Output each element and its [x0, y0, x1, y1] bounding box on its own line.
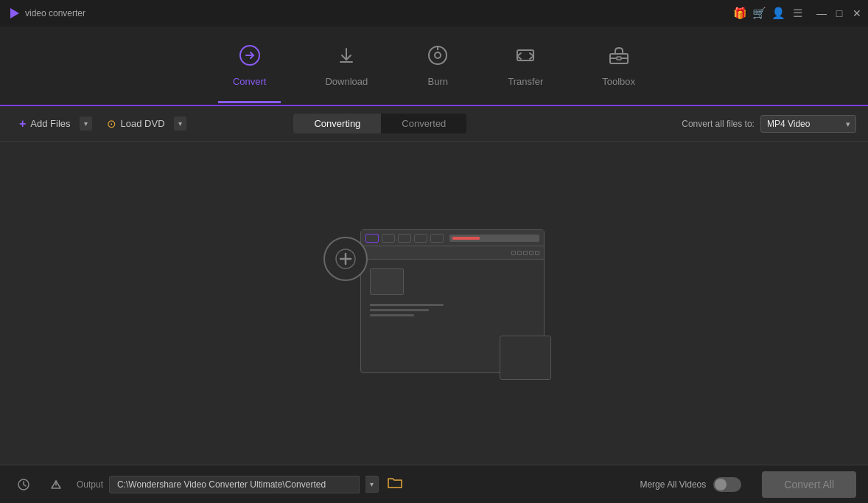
add-files-label: Add Files [30, 118, 70, 129]
convert-icon [239, 44, 261, 72]
content-line-1 [370, 304, 444, 306]
window-controls: 🎁 🛒 👤 ☰ — □ ✕ [734, 7, 862, 19]
add-files-button[interactable]: + Add Files [12, 113, 78, 135]
app-title: video converter [25, 8, 85, 18]
toolbar-dot-1 [511, 251, 516, 255]
convert-all-files-label: Convert all files to: [682, 119, 755, 129]
output-section: Output ▾ [77, 473, 631, 496]
format-select[interactable]: MP4 Video MKV Video AVI Video MOV Video … [760, 115, 856, 133]
cart-icon[interactable]: 🛒 [753, 7, 765, 19]
transfer-icon [514, 44, 536, 72]
close-button[interactable]: ✕ [852, 8, 862, 18]
nav-label-convert: Convert [233, 76, 267, 87]
nav-item-transfer[interactable]: Transfer [493, 37, 558, 94]
logo-icon [7, 7, 21, 20]
nav-label-toolbox: Toolbox [602, 76, 635, 87]
content-line-2 [370, 309, 429, 311]
nav-label-download: Download [325, 76, 368, 87]
nav-item-convert[interactable]: Convert [218, 37, 281, 94]
browser-window-mock [360, 229, 545, 373]
toolbar-dot-3 [523, 251, 528, 255]
browser-topbar [361, 230, 544, 246]
output-path-input[interactable] [109, 476, 360, 493]
browser-tab-1 [382, 234, 395, 243]
nav-item-toolbox[interactable]: Toolbox [587, 37, 650, 94]
convert-all-button[interactable]: Convert All [762, 471, 856, 498]
browser-tab-active [365, 234, 379, 243]
nav-label-transfer: Transfer [508, 76, 543, 87]
load-dvd-dropdown[interactable]: ▾ [174, 117, 186, 131]
browser-content [361, 260, 544, 372]
download-icon [335, 44, 357, 72]
add-files-dropdown[interactable]: ▾ [80, 117, 92, 131]
history-button[interactable] [12, 473, 35, 496]
toolbar-dot-4 [529, 251, 533, 255]
toolbar-dot-2 [517, 251, 522, 255]
nav-item-download[interactable]: Download [310, 37, 382, 94]
format-dropdown-wrapper: MP4 Video MKV Video AVI Video MOV Video … [760, 115, 856, 133]
conversion-tabs: Converting Converted [293, 114, 466, 133]
navbar: Convert Download Burn [0, 27, 868, 106]
menu-icon[interactable]: ☰ [791, 7, 803, 19]
burn-icon [427, 44, 449, 72]
svg-marker-0 [10, 8, 19, 18]
minimize-button[interactable]: — [816, 8, 827, 18]
output-path-dropdown[interactable]: ▾ [365, 476, 379, 493]
merge-toggle[interactable] [713, 477, 741, 492]
browser-tab-3 [414, 234, 427, 243]
output-label: Output [77, 479, 103, 490]
bottombar: Output ▾ Merge All Videos Convert All [0, 465, 868, 503]
toolbox-icon [608, 44, 630, 72]
nav-item-burn[interactable]: Burn [412, 37, 463, 94]
tabbar: + Add Files ▾ ⊙ Load DVD ▾ Converting Co… [0, 106, 868, 142]
main-content [0, 142, 868, 465]
load-dvd-label: Load DVD [121, 118, 165, 129]
convert-all-files-section: Convert all files to: MP4 Video MKV Vide… [682, 115, 856, 133]
toolbar-dot-5 [535, 251, 539, 255]
content-thumbnail [370, 268, 404, 295]
content-lines [370, 304, 535, 316]
gift-icon[interactable]: 🎁 [734, 7, 746, 19]
profile-icon[interactable]: 👤 [772, 7, 784, 19]
merge-section: Merge All Videos [640, 477, 741, 492]
open-folder-button[interactable] [385, 473, 405, 496]
maximize-button[interactable]: □ [834, 8, 844, 18]
app-logo: video converter [7, 7, 85, 20]
titlebar: video converter 🎁 🛒 👤 ☰ — □ ✕ [0, 0, 868, 27]
svg-rect-9 [617, 57, 621, 60]
browser-urlbar [449, 235, 539, 242]
nav-label-burn: Burn [428, 76, 448, 87]
load-dvd-button[interactable]: ⊙ Load DVD [99, 113, 172, 135]
dvd-icon: ⊙ [107, 117, 116, 131]
toolbar-dots [511, 251, 539, 255]
tab-converting[interactable]: Converting [293, 114, 381, 133]
content-line-3 [370, 314, 414, 316]
add-files-circle[interactable] [323, 237, 368, 281]
svg-point-4 [435, 52, 441, 58]
browser-tab-4 [430, 234, 444, 243]
plus-icon: + [19, 117, 26, 131]
browser-toolbar [361, 246, 544, 260]
browser-tab-2 [398, 234, 411, 243]
speed-button[interactable] [44, 473, 68, 496]
floating-card [500, 336, 551, 380]
merge-label: Merge All Videos [640, 479, 706, 490]
empty-state [323, 229, 545, 377]
empty-illustration [323, 229, 545, 377]
tab-converted[interactable]: Converted [381, 114, 466, 133]
